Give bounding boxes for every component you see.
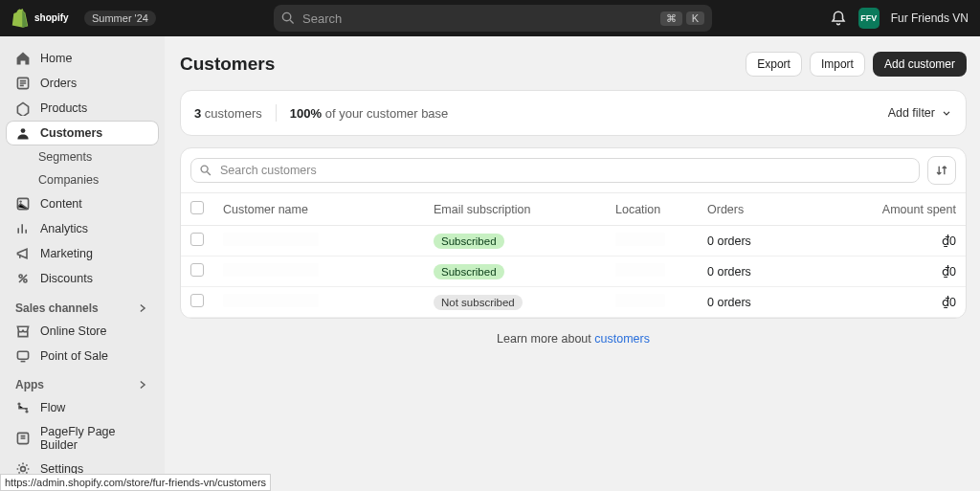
sidebar-item-content[interactable]: Content bbox=[6, 191, 159, 216]
sidebar-item-label: Companies bbox=[38, 173, 99, 187]
svg-line-16 bbox=[207, 171, 211, 175]
sidebar-item-label: Content bbox=[40, 197, 82, 211]
svg-point-7 bbox=[19, 275, 22, 278]
sidebar-item-label: Online Store bbox=[40, 324, 106, 338]
add-filter-button[interactable]: Add filter bbox=[888, 106, 952, 120]
learn-more-link[interactable]: customers bbox=[594, 332, 650, 346]
sort-button[interactable] bbox=[927, 156, 956, 185]
orders-cell: 0 orders bbox=[698, 287, 841, 318]
sidebar-item-orders[interactable]: Orders bbox=[6, 71, 159, 96]
col-customer-name[interactable]: Customer name bbox=[213, 193, 424, 226]
sidebar-item-label: Segments bbox=[38, 150, 92, 164]
customer-count-number: 3 bbox=[194, 106, 201, 121]
row-checkbox[interactable] bbox=[190, 294, 204, 307]
logo[interactable]: shopify bbox=[11, 9, 77, 28]
store-name[interactable]: Fur Friends VN bbox=[891, 11, 969, 25]
add-customer-button[interactable]: Add customer bbox=[873, 52, 967, 77]
subscription-badge: Subscribed bbox=[434, 234, 504, 249]
export-button[interactable]: Export bbox=[746, 52, 802, 77]
customer-pct: 100% bbox=[290, 106, 322, 121]
customer-name-redacted bbox=[223, 263, 319, 277]
svg-point-11 bbox=[17, 402, 20, 405]
kbd-key: K bbox=[686, 11, 704, 25]
sidebar-item-analytics[interactable]: Analytics bbox=[6, 216, 159, 241]
sidebar-item-label: Customers bbox=[40, 126, 102, 140]
sales-channels-heading-label: Sales channels bbox=[15, 301, 99, 315]
main: Customers Export Import Add customer 3 c… bbox=[165, 36, 980, 491]
sidebar-item-products[interactable]: Products bbox=[6, 96, 159, 121]
subscription-badge: Not subscribed bbox=[434, 295, 523, 310]
kbd-mod: ⌘ bbox=[660, 11, 682, 26]
search-icon bbox=[281, 11, 295, 25]
divider bbox=[276, 104, 277, 122]
learn-more-prefix: Learn more about bbox=[497, 332, 594, 346]
svg-line-9 bbox=[19, 275, 27, 282]
sort-icon bbox=[935, 164, 948, 177]
table-header-row: Customer name Email subscription Locatio… bbox=[181, 193, 966, 226]
sidebar-item-home[interactable]: Home bbox=[6, 46, 159, 71]
svg-point-4 bbox=[21, 128, 26, 133]
topbar-right: FFV Fur Friends VN bbox=[830, 8, 969, 29]
table-row[interactable]: Subscribed 0 orders ₫0 bbox=[181, 226, 966, 257]
sidebar-item-companies[interactable]: Companies bbox=[6, 168, 159, 191]
amount-cell: ₫0 bbox=[841, 226, 966, 257]
import-button[interactable]: Import bbox=[810, 52, 865, 77]
discounts-icon bbox=[15, 271, 31, 286]
avatar[interactable]: FFV bbox=[858, 8, 880, 29]
apps-heading[interactable]: Apps bbox=[6, 374, 159, 395]
sidebar-item-discounts[interactable]: Discounts bbox=[6, 266, 159, 291]
page-header: Customers Export Import Add customer bbox=[180, 52, 967, 77]
global-search[interactable]: Search ⌘ K bbox=[274, 5, 712, 32]
svg-line-2 bbox=[290, 20, 294, 24]
home-icon bbox=[15, 51, 31, 66]
sidebar-item-label: Orders bbox=[40, 77, 77, 90]
customer-count-word: customers bbox=[205, 106, 262, 121]
chevron-right-icon bbox=[136, 301, 149, 315]
orders-cell: 0 orders bbox=[698, 226, 841, 257]
svg-point-6 bbox=[19, 200, 21, 202]
bell-icon[interactable] bbox=[830, 10, 847, 27]
col-orders[interactable]: Orders bbox=[698, 193, 841, 226]
customers-table-card: Search customers Customer name Email sub… bbox=[180, 147, 967, 319]
sidebar-item-online-store[interactable]: Online Store bbox=[6, 319, 159, 344]
analytics-icon bbox=[15, 221, 31, 236]
col-location[interactable]: Location bbox=[606, 193, 698, 226]
svg-point-8 bbox=[24, 279, 27, 282]
flow-icon bbox=[15, 400, 31, 415]
marketing-icon bbox=[15, 246, 31, 261]
sidebar-item-point-of-sale[interactable]: Point of Sale bbox=[6, 344, 159, 368]
sidebar-item-marketing[interactable]: Marketing bbox=[6, 241, 159, 266]
pagefly-icon bbox=[15, 431, 31, 446]
sidebar-item-label: Discounts bbox=[40, 272, 93, 285]
topbar: shopify Summer '24 Search ⌘ K FFV Fur Fr… bbox=[0, 0, 980, 36]
location-redacted bbox=[615, 233, 665, 246]
customers-search-input[interactable]: Search customers bbox=[190, 158, 920, 183]
row-checkbox[interactable] bbox=[190, 233, 204, 246]
svg-point-1 bbox=[282, 12, 290, 20]
col-email-subscription[interactable]: Email subscription bbox=[424, 193, 606, 226]
add-filter-label: Add filter bbox=[888, 106, 935, 120]
svg-point-12 bbox=[25, 410, 28, 413]
orders-icon bbox=[15, 76, 31, 91]
customers-table: Customer name Email subscription Locatio… bbox=[181, 192, 966, 318]
sidebar-item-customers[interactable]: Customers bbox=[6, 121, 159, 145]
sidebar-item-label: Analytics bbox=[40, 222, 88, 235]
table-row[interactable]: Subscribed 0 orders ₫0 bbox=[181, 257, 966, 287]
sidebar-item-segments[interactable]: Segments bbox=[6, 145, 159, 168]
col-amount-spent[interactable]: Amount spent bbox=[841, 193, 966, 226]
shopify-wordmark-icon: shopify bbox=[34, 11, 77, 25]
sidebar: Home Orders Products Customers Segments … bbox=[0, 36, 165, 491]
svg-point-15 bbox=[201, 166, 208, 172]
sidebar-item-pagefly[interactable]: PageFly Page Builder bbox=[6, 420, 159, 457]
row-checkbox[interactable] bbox=[190, 263, 204, 277]
products-icon bbox=[15, 100, 31, 116]
online-store-icon bbox=[15, 324, 31, 339]
select-all-checkbox[interactable] bbox=[190, 201, 204, 214]
sales-channels-heading[interactable]: Sales channels bbox=[6, 298, 159, 319]
pos-icon bbox=[15, 348, 31, 364]
page-actions: Export Import Add customer bbox=[746, 52, 967, 77]
learn-more: Learn more about customers bbox=[180, 319, 967, 346]
sidebar-item-flow[interactable]: Flow bbox=[6, 395, 159, 420]
table-row[interactable]: Not subscribed 0 orders ₫0 bbox=[181, 287, 966, 318]
season-pill: Summer '24 bbox=[84, 11, 156, 26]
